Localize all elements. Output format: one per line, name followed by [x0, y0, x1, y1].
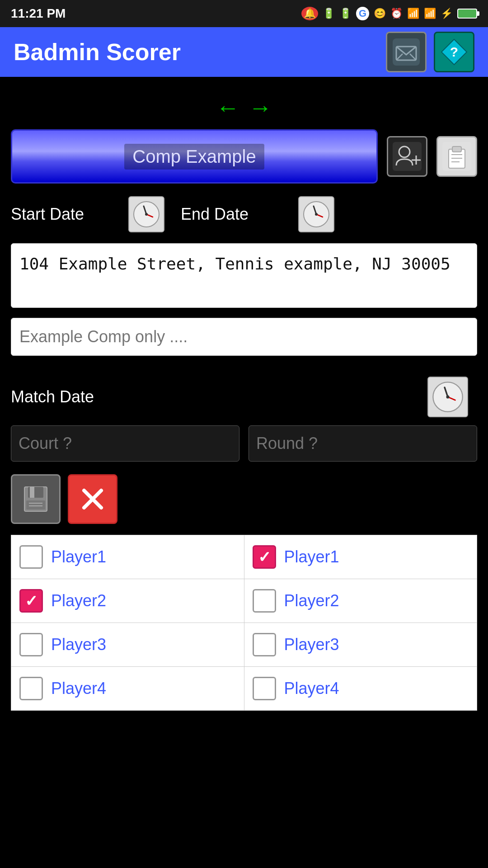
clipboard-button[interactable] — [436, 136, 477, 177]
comp-name-button[interactable]: Comp Example — [11, 129, 378, 184]
left-player-column: Player1✓Player2Player3Player4 — [11, 535, 244, 710]
app-bar-icons: ? — [386, 32, 474, 72]
svg-point-27 — [446, 395, 450, 398]
svg-point-19 — [145, 213, 148, 216]
wifi-icon: 📶 — [407, 8, 419, 19]
right-player-name-1: Player1 — [284, 547, 339, 566]
start-date-picker[interactable] — [128, 196, 164, 232]
app-title: Badmin Scorer — [14, 38, 181, 66]
right-player-name-4: Player4 — [284, 679, 339, 698]
comp-name-row: Comp Example — [11, 129, 477, 184]
notification-icon: 🔔 — [301, 7, 318, 20]
help-icon: ? — [441, 38, 468, 66]
start-end-date-row: Start Date End Date — [11, 196, 477, 232]
player-lists: Player1✓Player2Player3Player4 ✓Player1Pl… — [11, 535, 477, 711]
checkmark-icon: ✓ — [25, 592, 38, 610]
navigation-arrows: ← → — [11, 94, 477, 121]
main-content: ← → Comp Example — [0, 77, 488, 720]
start-date-clock-icon — [133, 201, 160, 228]
battery-full-icon — [457, 9, 477, 19]
signal-icon: 📶 — [424, 8, 436, 19]
right-player-checkbox-2[interactable] — [253, 589, 276, 613]
clipboard-icon — [442, 142, 471, 171]
right-arrow-icon[interactable]: → — [249, 94, 272, 121]
checkmark-icon: ✓ — [258, 548, 271, 566]
left-player-checkbox-4[interactable] — [19, 677, 43, 700]
left-player-name-3: Player3 — [51, 635, 106, 654]
left-player-name-1: Player1 — [51, 547, 106, 566]
left-player-row-4[interactable]: Player4 — [11, 667, 244, 710]
court-input[interactable] — [11, 425, 239, 462]
app-bar: Badmin Scorer ? — [0, 27, 488, 77]
status-bar: 11:21 PM 🔔 🔋 🔋 G 😊 ⏰ 📶 📶 ⚡ — [0, 0, 488, 27]
svg-text:?: ? — [450, 44, 458, 59]
status-icons-group: 🔔 🔋 🔋 G 😊 ⏰ 📶 📶 ⚡ — [301, 7, 477, 20]
save-icon — [20, 483, 52, 515]
end-date-label: End Date — [181, 205, 298, 224]
help-button[interactable]: ? — [434, 32, 474, 72]
svg-point-23 — [315, 213, 318, 216]
description-input[interactable] — [11, 318, 477, 356]
email-icon — [393, 38, 420, 66]
action-buttons-row — [11, 474, 477, 524]
right-player-checkbox-3[interactable] — [253, 633, 276, 656]
right-player-name-3: Player3 — [284, 635, 339, 654]
battery2-icon: 🔋 — [339, 8, 352, 19]
status-time: 11:21 PM — [11, 6, 66, 21]
left-arrow-icon[interactable]: ← — [216, 94, 239, 121]
alarm-icon: ⏰ — [390, 8, 403, 19]
right-player-row-4[interactable]: Player4 — [244, 667, 477, 710]
match-date-row: Match Date — [11, 377, 477, 417]
battery1-icon: 🔋 — [323, 8, 335, 19]
lightning-icon: ⚡ — [441, 8, 453, 19]
cancel-button[interactable] — [68, 474, 117, 524]
match-date-label: Match Date — [11, 387, 427, 406]
match-date-picker[interactable] — [427, 377, 468, 417]
svg-rect-31 — [30, 487, 34, 498]
left-player-checkbox-1[interactable] — [19, 545, 43, 569]
right-player-row-1[interactable]: ✓Player1 — [244, 535, 477, 579]
left-player-row-2[interactable]: ✓Player2 — [11, 579, 244, 623]
svg-rect-12 — [452, 146, 461, 152]
address-input[interactable]: 104 Example Street, Tennis example, NJ 3… — [11, 243, 477, 308]
left-player-row-3[interactable]: Player3 — [11, 623, 244, 667]
left-player-row-1[interactable]: Player1 — [11, 535, 244, 579]
right-player-checkbox-4[interactable] — [253, 677, 276, 700]
end-date-picker[interactable] — [298, 196, 334, 232]
match-date-clock-icon — [432, 381, 464, 413]
email-button[interactable] — [386, 32, 427, 72]
right-player-row-3[interactable]: Player3 — [244, 623, 477, 667]
court-round-row — [11, 425, 477, 462]
round-input[interactable] — [249, 425, 477, 462]
left-player-name-4: Player4 — [51, 679, 106, 698]
right-player-column: ✓Player1Player2Player3Player4 — [244, 535, 477, 710]
app-icon: 😊 — [374, 8, 386, 19]
right-player-row-2[interactable]: Player2 — [244, 579, 477, 623]
svg-rect-32 — [26, 500, 45, 509]
add-player-icon — [393, 142, 422, 171]
left-player-checkbox-3[interactable] — [19, 633, 43, 656]
cancel-icon — [77, 483, 108, 515]
right-player-name-2: Player2 — [284, 591, 339, 610]
google-icon: G — [356, 7, 369, 20]
end-date-clock-icon — [303, 201, 330, 228]
add-player-button[interactable] — [387, 136, 427, 177]
left-player-checkbox-2[interactable]: ✓ — [19, 589, 43, 613]
right-player-checkbox-1[interactable]: ✓ — [253, 545, 276, 569]
comp-name-text: Comp Example — [124, 144, 264, 170]
save-button[interactable] — [11, 474, 61, 524]
left-player-name-2: Player2 — [51, 591, 106, 610]
start-date-label: Start Date — [11, 205, 128, 224]
